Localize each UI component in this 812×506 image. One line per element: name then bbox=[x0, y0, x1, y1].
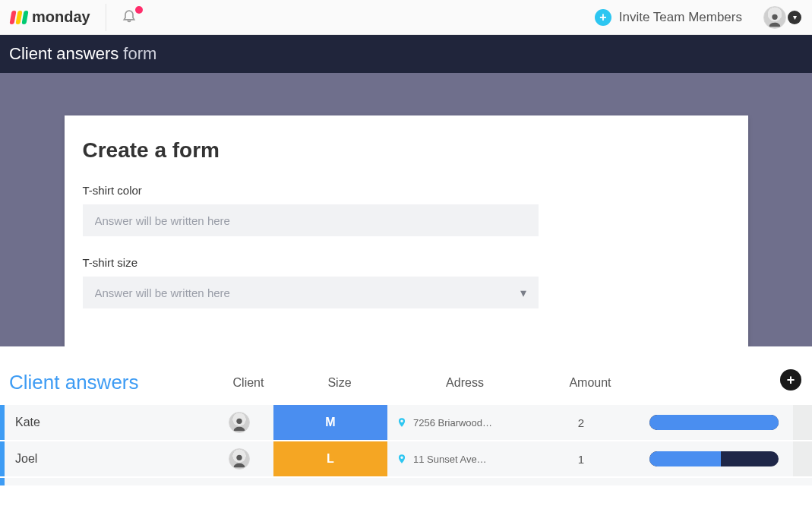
row-name-cell[interactable]: Joel bbox=[12, 452, 205, 466]
bell-icon bbox=[122, 8, 137, 23]
row-progress-cell[interactable] bbox=[638, 451, 790, 466]
view-title-main: Client answers bbox=[9, 44, 118, 64]
account-menu[interactable]: ▾ bbox=[763, 6, 801, 29]
view-title-suffix: form bbox=[123, 44, 156, 64]
tshirt-color-input[interactable] bbox=[83, 204, 539, 236]
row-address-cell[interactable]: 11 Sunset Ave… bbox=[387, 454, 524, 465]
invite-label: Invite Team Members bbox=[619, 10, 742, 25]
avatar-icon bbox=[229, 412, 250, 433]
table-row[interactable]: JoelL11 Sunset Ave…1 bbox=[0, 441, 812, 476]
row-size-cell[interactable]: L bbox=[273, 441, 387, 476]
svg-point-1 bbox=[236, 419, 242, 424]
view-title-bar: Client answers form bbox=[0, 35, 812, 73]
board-header-row: Client answers Client Size Adress Amount bbox=[0, 371, 812, 405]
progress-track bbox=[649, 451, 779, 466]
row-amount-cell[interactable]: 2 bbox=[524, 416, 638, 429]
row-progress-cell[interactable] bbox=[638, 415, 790, 430]
form-field-label: T-shirt size bbox=[83, 256, 730, 269]
avatar-icon bbox=[763, 6, 786, 29]
notification-dot-icon bbox=[135, 6, 143, 14]
progress-fill bbox=[649, 415, 779, 430]
form-canvas: Create a form T-shirt color T-shirt size… bbox=[0, 73, 812, 346]
row-accent bbox=[0, 441, 5, 476]
row-accent bbox=[0, 405, 5, 440]
column-header-address[interactable]: Adress bbox=[397, 376, 533, 390]
address-text: 11 Sunset Ave… bbox=[413, 454, 487, 465]
row-client-cell[interactable] bbox=[205, 448, 273, 470]
svg-point-0 bbox=[772, 14, 777, 19]
avatar-icon bbox=[229, 448, 250, 470]
tshirt-size-select[interactable] bbox=[83, 277, 539, 308]
address-text: 7256 Briarwood… bbox=[413, 417, 492, 429]
row-tail bbox=[793, 441, 812, 476]
form-field-label: T-shirt color bbox=[83, 184, 730, 197]
row-accent bbox=[0, 478, 5, 485]
divider bbox=[106, 4, 106, 31]
column-header-amount[interactable]: Amount bbox=[533, 376, 647, 390]
column-header-client[interactable]: Client bbox=[214, 376, 283, 390]
row-amount-cell[interactable]: 1 bbox=[524, 453, 638, 466]
board-panel: + Client answers Client Size Adress Amou… bbox=[0, 346, 812, 485]
location-pin-icon bbox=[397, 417, 407, 428]
table-row[interactable]: KateM7256 Briarwood…2 bbox=[0, 405, 812, 440]
board-title[interactable]: Client answers bbox=[9, 371, 214, 394]
progress-track bbox=[649, 415, 779, 430]
board-rows: KateM7256 Briarwood…2JoelL11 Sunset Ave…… bbox=[0, 405, 812, 485]
form-card: Create a form T-shirt color T-shirt size… bbox=[65, 115, 748, 359]
brand-logo[interactable]: monday bbox=[11, 8, 90, 26]
row-tail bbox=[793, 405, 812, 440]
add-column-button[interactable]: + bbox=[780, 369, 801, 391]
table-row bbox=[0, 478, 812, 485]
progress-fill bbox=[649, 451, 721, 466]
location-pin-icon bbox=[397, 454, 407, 464]
row-address-cell[interactable]: 7256 Briarwood… bbox=[387, 417, 524, 429]
brand-name: monday bbox=[32, 8, 90, 26]
row-client-cell[interactable] bbox=[205, 412, 273, 433]
top-header: monday + Invite Team Members ▾ bbox=[0, 0, 812, 35]
notifications-button[interactable] bbox=[122, 8, 141, 27]
plus-circle-icon: + bbox=[595, 9, 611, 26]
form-heading: Create a form bbox=[83, 138, 730, 163]
row-size-cell[interactable]: M bbox=[273, 405, 387, 440]
invite-team-button[interactable]: + Invite Team Members bbox=[595, 9, 742, 26]
logo-mark-icon bbox=[11, 11, 27, 24]
chevron-down-icon: ▾ bbox=[788, 11, 801, 24]
row-name-cell[interactable]: Kate bbox=[12, 416, 205, 429]
column-header-size[interactable]: Size bbox=[283, 376, 397, 390]
svg-point-2 bbox=[236, 455, 242, 460]
